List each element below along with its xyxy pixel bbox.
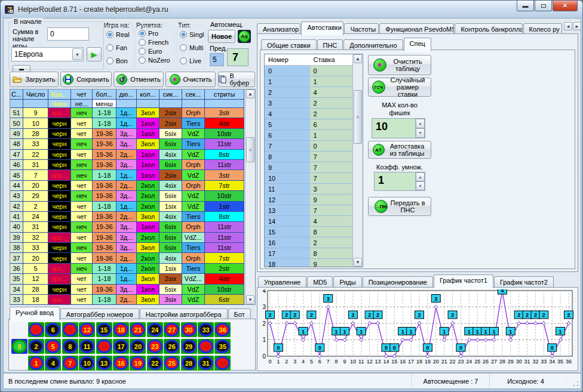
maximize-button[interactable] — [535, 1, 552, 11]
board-number-cell[interactable]: 15 — [96, 322, 112, 337]
table-row[interactable]: 365кра...неч1-181д...2кол1sixTiers2str — [10, 264, 245, 274]
resize-grip[interactable] — [572, 380, 579, 387]
tab-MD5[interactable]: MD5 — [307, 276, 333, 288]
bets-row[interactable]: 61 — [265, 130, 352, 141]
tab-Ручной ввод[interactable]: Ручной ввод — [10, 307, 60, 320]
board-number-cell[interactable]: 17 — [113, 339, 129, 354]
bets-row[interactable]: 87 — [265, 152, 352, 162]
step-up-icon[interactable]: ▲ — [416, 119, 425, 128]
radio-Euro[interactable]: Euro — [139, 48, 170, 55]
table-row[interactable]: 3428чернчет19-363д...1кол5sixVdZ10str — [10, 285, 245, 295]
table-row[interactable]: 4631черннеч19-363д...1кол6sixOrph11str — [10, 160, 245, 170]
board-number-cell[interactable]: 16 — [113, 356, 129, 371]
table-row[interactable]: 4329черннеч19-363д...2кол5sixVdZ10str — [10, 191, 245, 201]
clear-bets-table-button[interactable]: ✶ Очистить таблицу — [368, 55, 431, 75]
bets-row[interactable]: 129 — [265, 195, 352, 205]
bets-row[interactable]: 107 — [265, 173, 352, 184]
bets-row[interactable]: 24 — [265, 87, 352, 98]
table-row[interactable]: 4833черннеч19-363д...3кол6sixTiers11str — [10, 139, 245, 149]
board-number-cell[interactable]: 1 — [28, 356, 44, 371]
random-bet-size-button[interactable]: ГСЧ Случайный размер ставки — [368, 78, 431, 97]
bets-row[interactable]: 11 — [265, 76, 352, 87]
sum-input[interactable] — [47, 27, 89, 41]
scroll-down-icon[interactable]: ▼ — [246, 295, 254, 304]
tab-Позиционирование[interactable]: Позиционирование — [363, 276, 433, 288]
board-number-cell[interactable]: 4 — [45, 356, 61, 371]
autoshift-as-button[interactable]: As — [238, 30, 251, 43]
load-button[interactable]: Загрузить — [10, 72, 59, 87]
radio-Fan[interactable]: Fan — [106, 44, 130, 51]
bets-row[interactable]: 113 — [265, 184, 352, 195]
titlebar[interactable]: 7 HelperRoullet 8.71 - create helperroul… — [1, 1, 582, 18]
scroll-thumb[interactable]: ≡ — [246, 137, 254, 162]
scroll-up-icon[interactable]: ▲ — [354, 54, 362, 63]
table-row[interactable]: 4124чернчет19-362д...3кол4sixTiers8str — [10, 212, 245, 222]
bets-row[interactable]: 97 — [265, 162, 352, 173]
board-number-cell[interactable]: 18 — [113, 322, 129, 337]
table-row[interactable]: 3932кра...чет19-363д...2кол6sixVdZ...11s… — [10, 233, 245, 243]
game-variant-combobox[interactable]: 1Европа ▼ — [11, 47, 84, 61]
bets-row[interactable]: 178 — [265, 248, 352, 259]
board-number-cell[interactable]: 22 — [147, 356, 163, 371]
board-number-cell[interactable]: 20 — [130, 339, 146, 354]
table-row[interactable]: 5010чернчет1-181д...1кол2sixTiers4str — [10, 118, 245, 128]
close-button[interactable]: ✕ — [553, 1, 578, 11]
autobet-from-table-button[interactable]: АТ Автоставка из таблицы — [368, 141, 431, 159]
tabs-scroll-right-icon[interactable]: ► — [573, 22, 581, 30]
board-number-cell[interactable]: 27 — [164, 322, 180, 337]
step-down-icon[interactable]: ▼ — [416, 181, 425, 190]
bets-row[interactable]: 00 — [265, 66, 352, 76]
table-row[interactable]: 4928чернчет19-363д...1кол5sixVdZ10str — [10, 129, 245, 139]
table-row[interactable]: 519кра...неч1-181д...3кол2sixOrph3str — [10, 108, 245, 118]
table-row[interactable]: 3512кра...чет1-181д...3кол2sixVdZ...4str — [10, 274, 245, 284]
table-row[interactable]: 3318кра...чет1-182д...3кол3sixVdZ6str — [10, 295, 245, 305]
bets-row[interactable]: 189 — [265, 259, 352, 267]
max-chips-stepper[interactable]: 10 ▲▼ — [372, 118, 425, 138]
step-up-icon[interactable]: ▲ — [416, 172, 425, 181]
autoshift-new-button[interactable]: Новое — [208, 30, 235, 43]
tab-Спец[interactable]: Спец — [404, 38, 431, 51]
board-number-cell[interactable]: 3 — [28, 322, 44, 337]
tab-Управление[interactable]: Управление — [258, 276, 306, 288]
undo-button[interactable]: ↺ Отменить — [113, 72, 164, 87]
radio-Multi[interactable]: Multi — [180, 44, 204, 51]
bets-row[interactable]: 137 — [265, 205, 352, 216]
board-number-cell[interactable]: 8 — [62, 339, 78, 354]
radio-Bon[interactable]: Bon — [106, 57, 130, 64]
board-number-cell[interactable]: 29 — [181, 339, 197, 354]
board-number-cell[interactable]: 23 — [147, 339, 163, 354]
board-number-cell[interactable]: 14 — [96, 339, 112, 354]
board-number-cell[interactable]: 28 — [181, 356, 197, 371]
board-number-cell[interactable]: 33 — [198, 322, 214, 337]
radio-Singl[interactable]: Singl — [180, 31, 204, 38]
bets-row[interactable]: 144 — [265, 216, 352, 227]
bets-row[interactable]: 32 — [265, 98, 352, 109]
board-number-cell[interactable]: 2 — [28, 339, 44, 354]
board-number-cell[interactable]: 9 — [62, 322, 78, 337]
board-number-cell[interactable]: 34 — [214, 356, 231, 371]
board-number-cell[interactable]: 36 — [214, 322, 231, 337]
board-number-cell[interactable]: 26 — [164, 339, 180, 354]
bets-row[interactable]: 42 — [265, 109, 352, 119]
board-number-cell[interactable]: 7 — [62, 356, 78, 371]
table-row[interactable]: 4031черннеч19-363д...1кол6sixOrph11str — [10, 222, 245, 232]
board-number-cell[interactable]: 0 — [11, 339, 27, 354]
scroll-thumb[interactable]: ≡ — [354, 90, 362, 144]
table-row[interactable]: 4722чернчет19-362д...1кол4sixVdZ8str — [10, 150, 245, 160]
minimize-button[interactable]: ▬ — [517, 1, 534, 11]
play-button[interactable]: ▶ — [87, 47, 102, 61]
table-row[interactable]: 422чернчет1-181д...2кол1sixVdZ1str — [10, 202, 245, 212]
tab-Автоставки[interactable]: Автоставки — [301, 21, 343, 35]
board-number-cell[interactable]: 35 — [214, 339, 231, 354]
bets-row[interactable]: 162 — [265, 237, 352, 248]
board-number-cell[interactable]: 21 — [130, 322, 146, 337]
save-button[interactable]: Сохранить — [60, 72, 112, 87]
board-number-cell[interactable]: 6 — [45, 322, 61, 337]
table-row[interactable]: 3720чернчет19-362д...2кол4sixOrph7str — [10, 253, 245, 263]
board-number-cell[interactable]: 24 — [147, 322, 163, 337]
coef-stepper[interactable]: 1 ▲▼ — [374, 172, 425, 191]
board-number-cell[interactable]: 12 — [79, 322, 95, 337]
board-number-cell[interactable]: 19 — [130, 356, 146, 371]
tab-График частот1[interactable]: График частот1 — [434, 274, 493, 288]
radio-Pro[interactable]: Pro — [139, 30, 170, 37]
